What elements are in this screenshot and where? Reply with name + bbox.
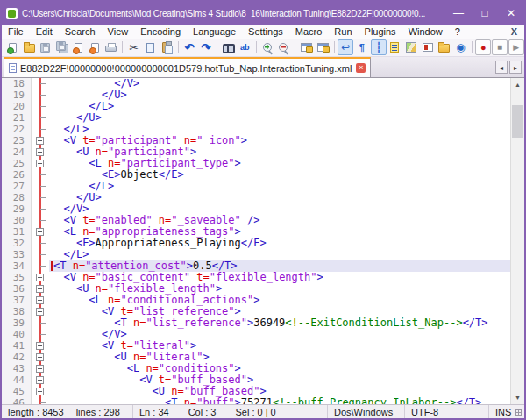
file-icon [9, 63, 17, 73]
status-cursor-position: Ln : 34 Col : 3 Sel : 0 | 0 [133, 405, 328, 418]
record-macro-icon[interactable]: ● [475, 39, 491, 55]
tab-close-icon[interactable]: × [356, 63, 366, 73]
tab-scroll-buttons: ◂ ▸ [495, 61, 522, 74]
close-all-icon[interactable] [87, 39, 103, 55]
copy-icon[interactable] [143, 39, 159, 55]
fold-collapse-icon[interactable] [36, 376, 44, 384]
function-list-icon[interactable] [387, 39, 403, 55]
record-macro-icon: ● [480, 43, 487, 53]
play-macro-icon[interactable]: ▶ [508, 39, 524, 55]
sync-horizontal-icon[interactable] [316, 39, 331, 55]
code-line[interactable]: </L> [49, 181, 510, 192]
scrollbar-thumb[interactable] [512, 105, 523, 138]
print-icon[interactable] [103, 39, 119, 55]
close-document-x-button[interactable]: X [511, 26, 517, 37]
menu-item-settings[interactable]: Settings [242, 25, 289, 39]
status-doc-stats: length : 8453 lines : 298 [2, 405, 133, 418]
document-list-icon[interactable] [420, 39, 436, 55]
save-icon [40, 43, 50, 53]
fold-collapse-icon[interactable] [36, 365, 44, 373]
tab-active-document[interactable]: E882D22F!00000000!000000000001D579.hotTu… [4, 57, 371, 77]
fold-row [32, 386, 49, 397]
vertical-scrollbar[interactable]: ▲ ▼ [510, 78, 524, 404]
paste-icon[interactable] [159, 39, 174, 55]
editor-area: 1819202122232425262728293031323334353637… [2, 78, 524, 404]
fold-collapse-icon[interactable] [36, 296, 44, 304]
status-eol-format: Dos\Windows [328, 405, 405, 418]
fold-collapse-icon[interactable] [36, 353, 44, 361]
line-number: 22 [2, 124, 31, 135]
save-all-icon [56, 41, 66, 51]
fold-row [32, 169, 49, 181]
code-line[interactable]: </U> [49, 192, 510, 203]
tab-scroll-right-icon[interactable]: ▸ [509, 61, 522, 74]
code-line[interactable]: <E>Appropriateness_Playing</E> [49, 238, 510, 249]
folder-as-workspace-icon [438, 44, 450, 53]
status-lines: lines : 298 [76, 407, 120, 417]
minimize-button[interactable]: — [445, 2, 472, 25]
menu-item-macro[interactable]: Macro [289, 25, 329, 39]
fold-collapse-icon[interactable] [36, 308, 44, 316]
fold-collapse-icon[interactable] [36, 137, 44, 145]
status-length: length : 8453 [8, 407, 64, 417]
fold-collapse-icon[interactable] [36, 342, 44, 350]
menu-item-[interactable]: ? [449, 25, 466, 39]
redo-icon[interactable]: ↷ [198, 39, 214, 55]
menu-item-file[interactable]: File [2, 25, 30, 39]
menu-item-run[interactable]: Run [328, 25, 358, 39]
document-map-icon[interactable] [403, 39, 419, 55]
status-column: Col : 3 [188, 407, 217, 417]
replace-icon[interactable]: ab [237, 39, 252, 55]
close-icon[interactable] [71, 39, 87, 55]
fold-collapse-icon[interactable] [36, 388, 44, 395]
menu-item-plugins[interactable]: Plugins [359, 25, 402, 39]
zoom-out-icon[interactable] [276, 39, 292, 55]
menu-item-edit[interactable]: Edit [30, 25, 59, 39]
show-all-characters-icon[interactable]: ¶ [354, 39, 370, 55]
fold-collapse-icon[interactable] [36, 160, 44, 167]
save-all-icon[interactable] [54, 39, 70, 55]
cut-icon[interactable]: ✂ [126, 39, 142, 55]
line-number: 31 [2, 226, 31, 238]
fold-row [32, 89, 49, 101]
scroll-up-icon[interactable]: ▲ [511, 78, 524, 91]
tab-scroll-left-icon[interactable]: ◂ [495, 61, 508, 74]
stop-macro-icon[interactable]: ■ [492, 39, 508, 55]
folder-as-workspace-icon[interactable] [437, 39, 452, 55]
menu-item-view[interactable]: View [102, 25, 135, 39]
new-file-icon [9, 43, 17, 53]
word-wrap-icon[interactable]: ↩ [338, 39, 353, 55]
menu-item-language[interactable]: Language [187, 25, 242, 39]
code-line[interactable]: </L> [49, 101, 510, 112]
close-button[interactable]: ✕ [498, 2, 524, 25]
maximize-button[interactable]: □ [472, 2, 498, 25]
menu-item-encoding[interactable]: Encoding [134, 25, 187, 39]
view-eye-icon[interactable]: ◉ [453, 39, 469, 55]
fold-row [32, 124, 49, 135]
menu-item-search[interactable]: Search [59, 25, 102, 39]
code-line[interactable]: <T n="buff">75271<!--buff_Pregnancy_InLa… [49, 397, 510, 404]
fold-collapse-icon[interactable] [36, 228, 44, 236]
scroll-down-icon[interactable]: ▼ [511, 391, 524, 404]
save-icon[interactable] [38, 39, 53, 55]
resize-grip[interactable] [515, 409, 522, 416]
code-line[interactable]: </U> [49, 112, 510, 124]
sync-horizontal-icon [317, 43, 329, 52]
code-line[interactable]: </U> [49, 89, 510, 101]
code-line[interactable]: <E>Object</E> [49, 169, 510, 181]
menu-item-window[interactable]: Window [402, 25, 449, 39]
sync-vertical-icon[interactable] [299, 39, 315, 55]
new-file-icon[interactable] [5, 39, 21, 55]
undo-icon[interactable]: ↶ [181, 39, 197, 55]
show-all-characters-icon: ¶ [359, 43, 365, 53]
zoom-in-icon[interactable] [259, 39, 275, 55]
open-file-icon[interactable] [21, 39, 37, 55]
fold-collapse-icon[interactable] [36, 274, 44, 281]
title-bar: C:\Users\Chriscia\Documents\Mod Creating… [2, 2, 524, 25]
find-icon[interactable] [221, 39, 237, 55]
fold-collapse-icon[interactable] [36, 285, 44, 293]
indent-guide-icon[interactable]: ┆ [371, 39, 387, 55]
line-number: 45 [2, 386, 31, 397]
fold-collapse-icon[interactable] [36, 148, 44, 156]
text-area[interactable]: </V> </U> </L> </U> </L> <V t="participa… [49, 78, 510, 404]
